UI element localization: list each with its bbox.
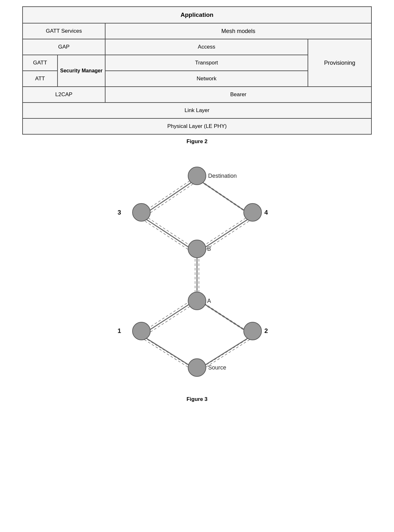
gap-cell: GAP: [23, 39, 105, 55]
figure3-diagram: Destination 3 4 B A 1 2 Source: [86, 154, 308, 392]
link-layer-cell: Link Layer: [23, 103, 371, 118]
security-manager-cell: Security Manager: [58, 55, 105, 87]
node4-circle: [244, 203, 262, 221]
gatt-cell: GATT: [23, 55, 58, 71]
node4-label: 4: [264, 209, 268, 216]
figure3-svg: Destination 3 4 B A 1 2 Source: [86, 154, 308, 392]
gatt-services-cell: GATT Services: [23, 23, 105, 39]
node2-circle: [244, 322, 262, 340]
svg-line-23: [143, 181, 197, 218]
node3-label: 3: [118, 209, 121, 216]
destination-node: [188, 167, 206, 185]
svg-line-16: [140, 218, 195, 254]
transport-cell: Transport: [105, 55, 308, 71]
mesh-models-cell: Mesh models: [105, 23, 371, 39]
provisioning-cell: Provisioning: [308, 39, 371, 87]
figure2-diagram: Application GATT Services Mesh models GA…: [22, 6, 372, 135]
svg-line-8: [143, 302, 197, 337]
node1-circle: [132, 322, 150, 340]
network-cell: Network: [105, 71, 308, 87]
nodeB-label: B: [207, 246, 211, 252]
svg-line-25: [197, 178, 251, 215]
source-label: Source: [208, 364, 226, 371]
application-layer: Application: [23, 7, 371, 23]
destination-label: Destination: [208, 173, 237, 179]
nodeA-label: A: [207, 298, 211, 304]
figure3-caption: Figure 3: [6, 396, 388, 402]
bearer-cell: Bearer: [105, 87, 371, 103]
nodeA-circle: [188, 292, 206, 310]
source-node: [188, 359, 206, 376]
att-cell: ATT: [23, 71, 58, 87]
node2-label: 2: [264, 327, 268, 334]
svg-line-5: [199, 337, 254, 372]
node3-circle: [132, 203, 150, 221]
figure2-caption: Figure 2: [6, 138, 388, 145]
l2cap-cell: L2CAP: [23, 87, 105, 103]
svg-line-1: [140, 337, 195, 372]
access-cell: Access: [105, 39, 308, 55]
physical-layer-cell: Physical Layer (LE PHY): [23, 118, 371, 134]
node1-label: 1: [118, 327, 121, 334]
nodeB-circle: [188, 240, 206, 258]
